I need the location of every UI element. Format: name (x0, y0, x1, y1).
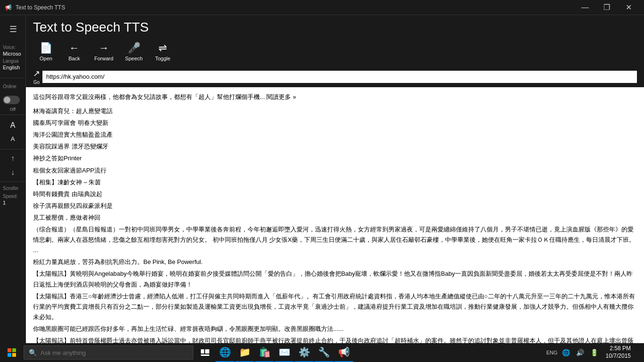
open-label: Open (40, 56, 52, 61)
news-headline-4: 神抄之答如Printer (33, 153, 637, 164)
file-explorer-icon[interactable]: 📁 (235, 343, 254, 362)
font-decrease-button[interactable]: A (3, 132, 22, 145)
news-headline-8: 徐子淇再親餵兒四叔豪派利是 (33, 201, 637, 211)
sidebar-divider-3 (0, 149, 25, 149)
news-headline-6: 【相集】凍齡女神 – 朱茵 (33, 177, 637, 188)
speech-label: Speech (125, 56, 142, 61)
speed-value: 1 (0, 200, 25, 206)
back-icon: ← (69, 42, 80, 54)
arrow-up-button[interactable]: ↑ (3, 151, 22, 165)
taskbar-clock[interactable]: 2:58 PM 10/7/2015 (602, 345, 635, 360)
hamburger-button[interactable]: ☰ (0, 17, 26, 41)
arrow-down-button[interactable]: ↓ (3, 165, 22, 180)
close-button[interactable]: ✕ (618, 0, 639, 15)
svg-rect-0 (8, 348, 11, 352)
speech-icon: 🎤 (128, 42, 140, 54)
app-title: Text to Speech TTS (33, 20, 149, 35)
title-bar-controls: — ❐ ✕ (574, 0, 639, 15)
news-headline-1: 國泰馬可孛羅會 明春大變新 (33, 118, 637, 128)
taskview-icon (201, 349, 209, 356)
news-headline-14: 你哋黑眼圈可能已經跟匹你好多年，再加上生活忙碌、經常捱夜唔夠瞓，令黑眼圈更加明顯… (33, 324, 637, 334)
show-desktop-button[interactable] (636, 343, 639, 362)
top-banner: 這位阿谷跟尋常父親沒兩樣，他都會為女兒請故事，都想有「超人」幫他打爛個手機...… (33, 92, 637, 102)
battery-icon[interactable]: 🔋 (588, 343, 601, 362)
sidebar-divider-4 (0, 181, 25, 182)
taskbar-app-icons: 🌐 📁 🛍️ ✉️ ⚙️ 🔧 📢 (196, 343, 353, 362)
online-toggle[interactable] (3, 96, 20, 104)
app-container: ☰ Voice: Microso Langua English Online O… (0, 15, 644, 343)
tts-app-icon[interactable]: 📢 (334, 343, 353, 362)
svg-rect-2 (8, 353, 11, 357)
forward-label: Forward (94, 56, 113, 61)
svg-rect-6 (201, 354, 209, 356)
open-button[interactable]: 📄 Open (33, 40, 59, 64)
title-bar: 📢 Text to Speech TTS — ❐ ✕ (0, 0, 644, 15)
title-bar-title: 📢 Text to Speech TTS (5, 4, 65, 11)
svg-rect-1 (12, 348, 16, 352)
app-header: Text to Speech TTS (26, 15, 644, 37)
vs-icon[interactable]: ⚙️ (295, 343, 314, 362)
taskbar-date: 10/7/2015 (606, 353, 631, 360)
edge-browser-icon[interactable]: 🌐 (215, 343, 234, 362)
minimize-button[interactable]: — (574, 0, 596, 15)
online-label: Online (3, 84, 23, 89)
taskbar-search-bar[interactable]: 🔍 (24, 346, 193, 360)
sidebar-online-section: Online (0, 80, 25, 94)
news-headline-0: 林海崙講育兒：超人應變電話 (33, 106, 637, 116)
voice-label: Voice: (3, 45, 23, 50)
vs2-icon[interactable]: 🔧 (314, 343, 333, 362)
sidebar-divider-1 (0, 78, 25, 78)
forward-button[interactable]: → Forward (90, 40, 118, 64)
language-label: Langua (3, 58, 23, 64)
taskbar-right: ENG 🌐 🔊 🔋 2:58 PM 10/7/2015 (545, 343, 642, 362)
sidebar-voice-section: Voice: Microso Langua English (0, 41, 25, 76)
toggle-state-label: Off (0, 106, 25, 113)
news-headline-11: 粉紅力量真絕放，苦芬為剷抗乳癌出力。Be Pink, Be Powerful. (33, 257, 637, 267)
speaker-icon[interactable]: 🔊 (574, 343, 587, 362)
svg-rect-4 (201, 349, 204, 354)
start-button[interactable] (2, 343, 21, 362)
toggle-container (0, 94, 25, 106)
news-headline-2: 海洋公園證實大熊貓盈盈流產 (33, 130, 637, 140)
speed-label: Speed: (0, 192, 25, 200)
back-label: Back (68, 56, 80, 61)
headlines-container: 林海崙講育兒：超人應變電話國泰馬可孛羅會 明春大變新海洋公園證實大熊貓盈盈流產美… (33, 106, 637, 343)
search-input[interactable] (41, 349, 188, 356)
main-content: Text to Speech TTS 📄 Open ← Back → Forwa… (26, 15, 644, 343)
news-headline-9: 見工被壓價，應做者神回 (33, 213, 637, 223)
taskbar-time: 2:58 PM (610, 345, 631, 353)
language-icon[interactable]: ENG (545, 343, 559, 362)
speech-button[interactable]: 🎤 Speech (120, 40, 147, 64)
toggle-icon: ⇌ (158, 42, 167, 54)
news-headline-10: （综合報道）（星島日報報道）一對初中同班同學男女，中學畢業後各奔前程，今年初邂逅… (33, 224, 637, 255)
back-button[interactable]: ← Back (61, 40, 87, 64)
email-icon[interactable]: ✉️ (275, 343, 294, 362)
taskview-button[interactable] (196, 343, 215, 362)
search-icon: 🔍 (29, 349, 37, 356)
news-headline-7: 時間有錢費貴 由瑞典說起 (33, 189, 637, 199)
toolbar: 📄 Open ← Back → Forward 🎤 Speech ⇌ Toggl… (26, 37, 644, 66)
network-icon[interactable]: 🌐 (560, 343, 573, 362)
language-value: English (3, 65, 23, 70)
news-headline-12: 【太陽報訊】黃曉明與Angelababy今晚舉行婚宴，曉明在婚宴前夕接受媒體訪問… (33, 269, 637, 289)
app-icon-small: 📢 (5, 4, 12, 11)
windows-icon (8, 348, 16, 357)
news-headline-5: 租個女友回家過節APP流行 (33, 165, 637, 176)
web-content[interactable]: 這位阿谷跟尋常父親沒兩樣，他都會為女兒請故事，都想有「超人」幫他打爛個手機...… (26, 87, 644, 343)
go-button[interactable]: ↗ Go (33, 68, 40, 85)
svg-rect-3 (12, 353, 16, 357)
toggle-button[interactable]: ⇌ Toggle (150, 40, 176, 64)
maximize-button[interactable]: ❐ (596, 0, 618, 15)
toggle-label: Toggle (155, 56, 170, 61)
store-icon[interactable]: 🛍️ (255, 343, 274, 362)
svg-rect-5 (205, 349, 209, 354)
forward-icon: → (99, 42, 109, 54)
sidebar-divider-2 (0, 115, 25, 115)
sidebar: ☰ Voice: Microso Langua English Online O… (0, 15, 26, 343)
toggle-knob (4, 97, 10, 103)
open-icon: 📄 (40, 42, 52, 54)
font-increase-button[interactable]: A (3, 119, 22, 132)
scrolling-label: Scrollin (0, 184, 25, 192)
news-headline-3: 美容院踩過界 漂牙恐變爛牙 (33, 141, 637, 152)
url-input[interactable] (42, 71, 637, 83)
